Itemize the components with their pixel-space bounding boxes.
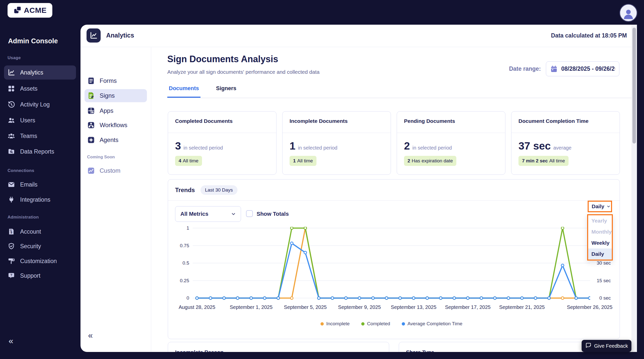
- feedback-label: Give Feedback: [594, 343, 628, 349]
- stat-card: Completed Documents3in selected period4A…: [168, 111, 276, 175]
- interval-option-daily[interactable]: Daily: [588, 248, 612, 260]
- legend-dot: [402, 322, 405, 326]
- envelope-icon: [8, 181, 15, 188]
- metrics-select[interactable]: All Metrics: [175, 206, 241, 222]
- subnav-item-label: Signs: [100, 92, 115, 99]
- sidebar-collapse-button[interactable]: «: [9, 336, 13, 345]
- sidebar-item-customization[interactable]: Customization: [4, 254, 76, 268]
- y-axis-tick-right: 15 sec: [593, 278, 611, 283]
- sidebar-item-emails[interactable]: Emails: [4, 177, 76, 192]
- sidebar-item-support[interactable]: ?Support: [4, 269, 76, 283]
- y-axis-tick-left: 0.75: [172, 243, 189, 248]
- sidebar-item-users[interactable]: Users: [4, 113, 76, 127]
- feedback-icon: [585, 342, 592, 350]
- legend-dot: [320, 322, 324, 326]
- badge-strong: 2: [408, 158, 410, 163]
- divider: [397, 133, 505, 133]
- sidebar-item-integrations[interactable]: Integrations: [4, 193, 76, 207]
- y-axis-tick-left: 0: [172, 295, 189, 301]
- stat-card-value-row: 3in selected period: [175, 141, 223, 151]
- metrics-select-value: All Metrics: [180, 211, 208, 217]
- sidebar-item-account[interactable]: $Account: [4, 225, 76, 239]
- badge-strong: 1: [293, 158, 296, 163]
- subnav-item-label: Workflows: [100, 122, 127, 129]
- interval-select[interactable]: Daily: [588, 201, 612, 212]
- sidebar-item-analytics[interactable]: Analytics: [4, 65, 76, 80]
- subnav-item-custom[interactable]: Custom: [85, 164, 147, 177]
- subnav-item-signs[interactable]: Signs: [85, 89, 147, 102]
- show-totals-checkbox[interactable]: [246, 210, 253, 217]
- trends-title: Trends: [175, 187, 195, 194]
- chart-plot-area: [193, 227, 590, 302]
- tab-bar: DocumentsSigners: [167, 82, 631, 98]
- bottom-card-incomplete-reason: Incomplete Reason: [168, 342, 389, 352]
- subnav-item-label: Apps: [100, 107, 113, 114]
- badge-strong: 7 min 2 sec: [522, 158, 548, 163]
- sidebar-item-teams[interactable]: Teams: [4, 129, 76, 143]
- sidebar-item-label: Teams: [20, 133, 37, 139]
- x-axis-tick: August 28, 2025: [168, 304, 226, 310]
- give-feedback-button[interactable]: Give Feedback: [582, 340, 631, 352]
- legend-item-average-completion-time: Average Completion Time: [402, 321, 462, 327]
- legend-label: Incomplete: [326, 321, 350, 327]
- sidebar-item-label: Account: [20, 228, 41, 235]
- date-range-label: Date range:: [483, 65, 541, 72]
- sidebar-item-label: Activity Log: [20, 101, 50, 108]
- subnav-item-forms[interactable]: Forms: [85, 74, 147, 87]
- interval-option-yearly[interactable]: Yearly: [588, 215, 612, 226]
- stat-card-title: Completed Documents: [175, 118, 233, 124]
- chart-line-icon: [8, 69, 15, 76]
- interval-option-monthly[interactable]: Monthly: [588, 226, 612, 237]
- chat-question-icon: ?: [8, 272, 15, 279]
- subnav-item-apps[interactable]: Apps: [85, 104, 147, 117]
- y-axis-tick-left: 1: [172, 225, 189, 231]
- stat-card-title: Incomplete Documents: [290, 118, 348, 124]
- date-range-input[interactable]: 08/28/2025 - 09/26/2025: [546, 61, 619, 76]
- subnav-item-label: Forms: [100, 77, 117, 84]
- chevron-down-icon: [606, 204, 611, 209]
- subnav-item-agents[interactable]: Agents: [85, 133, 147, 147]
- sidebar-item-activity-log[interactable]: Activity Log: [4, 97, 76, 112]
- interval-option-weekly[interactable]: Weekly: [588, 237, 612, 248]
- signs-icon: [87, 92, 95, 100]
- sidebar-item-security[interactable]: Security: [4, 239, 76, 253]
- page-title: Sign Documents Analysis: [167, 54, 278, 64]
- trends-chart: [193, 227, 590, 302]
- stat-card-caption: in selected period: [298, 145, 337, 151]
- stat-card-value: 1: [290, 141, 295, 151]
- sidebar-item-data-reports[interactable]: Data Reports: [4, 145, 76, 159]
- subnav-item-label: Custom: [100, 167, 120, 174]
- svg-text:$: $: [11, 231, 12, 234]
- bottom-card-title: Incomplete Reason: [175, 349, 224, 352]
- tab-documents[interactable]: Documents: [167, 82, 200, 98]
- y-axis-tick-right: 0 sec: [593, 295, 611, 301]
- coming-soon-label: Coming Soon: [87, 155, 115, 160]
- stat-card-value-row: 1in selected period: [290, 141, 337, 151]
- sidebar-item-label: Analytics: [20, 69, 43, 76]
- date-range-value: 08/28/2025 - 09/26/2025: [561, 65, 615, 72]
- subnav-collapse-button[interactable]: «: [88, 331, 93, 339]
- x-axis-tick: September 5, 2025: [276, 304, 334, 310]
- trends-period-badge: Last 30 Days: [200, 185, 237, 195]
- sidebar-item-assets[interactable]: Assets: [4, 82, 76, 96]
- y-axis-tick-left: 0.25: [172, 278, 189, 283]
- x-axis-tick: September 1, 2025: [222, 304, 280, 310]
- chevron-down-icon: [231, 211, 236, 217]
- avatar[interactable]: [619, 4, 637, 22]
- paint-roller-icon: [8, 257, 15, 265]
- stat-card-badge: 7 min 2 secAll time: [518, 156, 569, 166]
- receipt-dollar-icon: $: [8, 228, 15, 235]
- stat-card-value-row: 37 secaverage: [518, 141, 572, 151]
- stat-card: Pending Documents2in selected period2Has…: [397, 111, 505, 175]
- subnav-item-workflows[interactable]: Workflows: [85, 119, 147, 132]
- content-panel: Analytics Data calculated at 18:05 PM Fo…: [80, 25, 637, 352]
- scrollbar-thumb[interactable]: [632, 28, 636, 143]
- divider: [511, 133, 620, 133]
- tab-signers[interactable]: Signers: [215, 82, 238, 98]
- bottom-card-title: Share Type: [406, 349, 434, 352]
- sidebar-section-label: Administration: [8, 215, 39, 220]
- forms-icon: [87, 77, 95, 85]
- show-totals-label: Show Totals: [257, 211, 289, 217]
- history-clock-icon: [8, 101, 15, 108]
- legend-label: Average Completion Time: [408, 321, 462, 327]
